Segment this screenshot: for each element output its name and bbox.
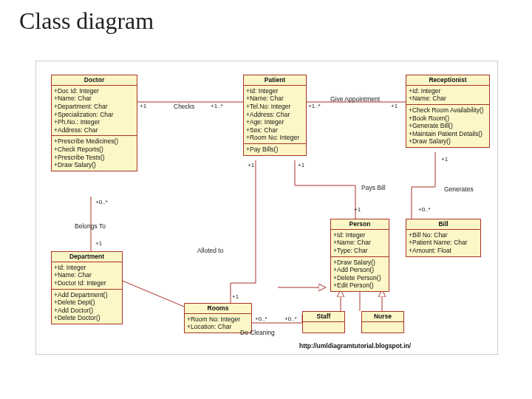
attrs [303, 322, 344, 333]
attr: +Id: Integer [409, 87, 487, 95]
class-receptionist: Receptionist +Id: Integer +Name: Char +C… [406, 75, 490, 148]
class-patient: Patient +Id: Integer +Name: Char +Tel.No… [243, 75, 307, 156]
class-name: Bill [406, 219, 480, 230]
ops: +Prescribe Medicines() +Check Reports() … [52, 136, 137, 171]
mult: +1..* [308, 103, 321, 109]
class-name: Patient [244, 75, 306, 86]
mult: +1 [248, 162, 254, 168]
class-bill: Bill +Bill No: Char +Patient Name: Char … [406, 219, 481, 257]
ops: +Draw Salary() +Add Person() +Delete Per… [331, 257, 389, 292]
attrs: +Id: Integer +Name: Char [406, 86, 489, 105]
op: +Add Person() [333, 266, 386, 274]
attr: +Room No: Integer [187, 316, 249, 324]
rel-alloted-to: Alloted to [197, 247, 223, 254]
mult: +1 [140, 103, 146, 109]
op: +Draw Salary() [54, 161, 134, 169]
op: +Book Room() [409, 115, 487, 123]
class-name: Person [331, 219, 389, 230]
class-name: Staff [303, 312, 344, 322]
rel-give-appointment: Give Appointment [330, 95, 380, 103]
op: +Check Room Availability() [409, 106, 487, 115]
op: +Maintain Patient Details() [409, 130, 487, 138]
attr: +Id: Integer [246, 87, 304, 95]
op: +Prescribe Medicines() [54, 137, 134, 146]
op: +Draw Salary() [409, 137, 487, 146]
diagram-canvas: Doctor +Doc Id: Integer +Name: Char +Dep… [35, 61, 498, 355]
mult: +1 [441, 156, 448, 163]
rel-pays-bill: Pays Bill [361, 184, 386, 191]
attrs: +Id: Integer +Name: Char +Tel.No: Intege… [244, 86, 306, 144]
attr: +Doctor Id: Integer [54, 279, 120, 287]
op: +Delete Dept() [54, 299, 120, 307]
svg-line-7 [119, 279, 184, 307]
source-credit: http://umldiagramtutorial.blogspot.in/ [299, 342, 411, 349]
op: +Add Department() [54, 291, 120, 299]
op: +Generate Bill() [409, 122, 487, 130]
attrs: +Doc Id: Integer +Name: Char +Department… [52, 86, 137, 137]
class-name: Doctor [52, 75, 137, 86]
attr: +Doc Id: Integer [54, 87, 134, 95]
attr: +Name: Char [54, 95, 134, 103]
attr: +Department: Char [54, 103, 134, 111]
page-title: Class diagram [19, 7, 154, 35]
mult: +1 [391, 103, 398, 109]
rel-checks: Checks [174, 103, 194, 110]
op: +Pay Bills() [246, 146, 304, 154]
attr: +Name: Char [246, 95, 304, 103]
op: +Edit Person() [333, 282, 386, 290]
attrs: +Id: Integer +Name: Char +Doctor Id: Int… [52, 262, 122, 290]
class-name: Receptionist [406, 75, 489, 86]
attr: +Name: Char [54, 271, 120, 279]
attr: +Address: Char [246, 111, 304, 119]
mult: +1 [95, 240, 102, 247]
attrs: +Bill No: Char +Patient Name: Char +Amou… [406, 230, 480, 256]
rel-generates: Generates [444, 185, 474, 193]
op: +Delete Doctor() [54, 314, 120, 322]
mult: +0..* [418, 206, 431, 213]
mult: +0..* [95, 199, 108, 205]
attr: +Age: Integer [246, 118, 304, 126]
attr: +Id: Integer [333, 231, 386, 239]
mult: +0..* [255, 316, 267, 322]
class-person: Person +Id: Integer +Name: Char +Type: C… [330, 219, 389, 292]
class-name: Nurse [362, 312, 403, 322]
attr: +Specialization: Char [54, 111, 134, 119]
mult: +0..* [284, 316, 297, 322]
op: +Delete Person() [333, 274, 386, 282]
attr: +Address: Char [54, 126, 134, 134]
ops: +Add Department() +Delete Dept() +Add Do… [52, 290, 122, 324]
class-name: Rooms [185, 304, 251, 314]
mult: +1 [354, 206, 361, 213]
attr: +Type: Char [333, 247, 386, 255]
attr: +Name: Char [409, 95, 487, 103]
class-name: Department [52, 252, 122, 262]
class-staff: Staff [302, 311, 345, 333]
attr: +Patient Name: Char [409, 239, 478, 247]
class-doctor: Doctor +Doc Id: Integer +Name: Char +Dep… [51, 75, 137, 171]
op: +Draw Salary() [333, 259, 386, 267]
op: +Check Reports() [54, 146, 134, 154]
attrs: +Id: Integer +Name: Char +Type: Char [331, 230, 389, 257]
attr: +Bill No: Char [409, 231, 478, 239]
ops: +Pay Bills() [244, 144, 306, 155]
mult: +1 [232, 293, 239, 300]
class-nurse: Nurse [361, 311, 404, 333]
attr: +Name: Char [333, 239, 386, 247]
attr: +Sex: Char [246, 126, 304, 134]
attr: +Room No: Integer [246, 134, 304, 142]
class-department: Department +Id: Integer +Name: Char +Doc… [51, 251, 123, 324]
attrs [362, 322, 403, 333]
attr: +Amount: Float [409, 247, 478, 255]
op: +Prescribe Tests() [54, 154, 134, 162]
attr: +Ph.No.: Integer [54, 118, 134, 126]
mult: +1..* [211, 103, 223, 109]
op: +Add Doctor() [54, 307, 120, 315]
rel-do-cleaning: Do Cleaning [240, 329, 275, 336]
attr: +Tel.No: Integer [246, 103, 304, 111]
mult: +1 [298, 162, 304, 168]
rel-belongs-to: Belongs To [75, 222, 106, 230]
attr: +Id: Integer [54, 264, 120, 272]
ops: +Check Room Availability() +Book Room() … [406, 105, 489, 147]
